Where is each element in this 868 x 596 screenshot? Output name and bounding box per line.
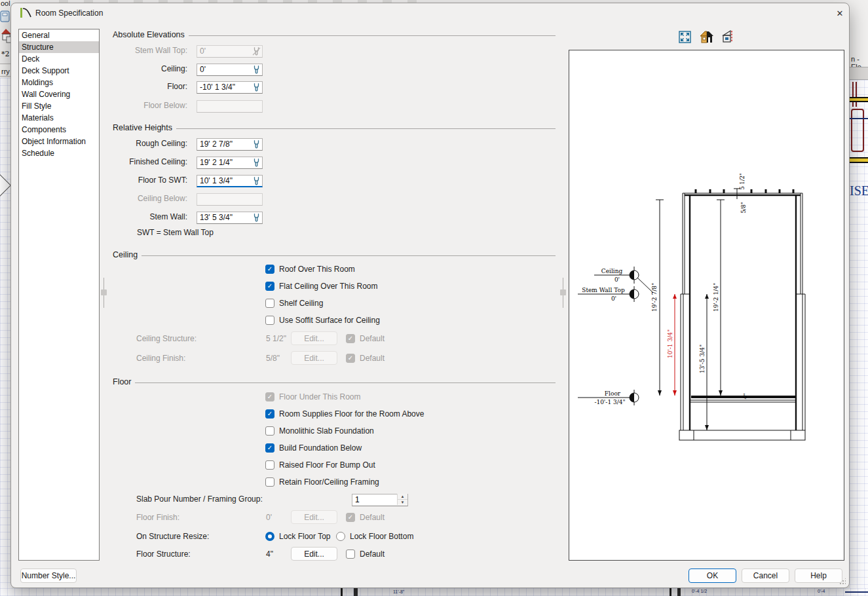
- room-spec-icon: [20, 7, 31, 18]
- check-room-supplies-floor[interactable]: Room Supplies Floor for the Room Above: [265, 408, 424, 420]
- floor-structure-edit-button[interactable]: Edit...: [291, 547, 337, 561]
- floor-below-input[interactable]: [197, 100, 263, 113]
- wrench-icon[interactable]: [252, 65, 261, 74]
- floor-to-swt-label: Floor To SWT:: [63, 174, 187, 187]
- wrench-icon[interactable]: [252, 140, 261, 149]
- check-roof-over-room[interactable]: Roof Over This Room: [265, 263, 355, 275]
- floor-finish-edit-button[interactable]: Edit...: [291, 510, 337, 524]
- section-diagram: Ceiling 0' Stem Wall Top 0' Floor -10'-1…: [569, 50, 845, 561]
- wrench-icon[interactable]: [252, 213, 261, 222]
- checkbox[interactable]: [265, 282, 274, 291]
- svg-text:5/8": 5/8": [740, 202, 747, 214]
- floor-finish-value: 0': [266, 511, 272, 525]
- ceiling-structure-value: 5 1/2": [266, 332, 286, 346]
- checkbox[interactable]: [265, 460, 274, 470]
- checkbox[interactable]: [265, 443, 274, 453]
- svg-text:13'-5 3/4": 13'-5 3/4": [699, 345, 706, 373]
- radio-button[interactable]: [265, 532, 274, 541]
- check-shelf-ceiling[interactable]: Shelf Ceiling: [265, 297, 323, 309]
- radio-button[interactable]: [336, 532, 345, 541]
- ok-button[interactable]: OK: [689, 568, 736, 583]
- preview-panel[interactable]: Ceiling 0' Stem Wall Top 0' Floor -10'-1…: [569, 50, 844, 561]
- wrench-icon[interactable]: [252, 158, 261, 167]
- wrench-disabled-icon: [252, 47, 261, 56]
- sidebar-item-components[interactable]: Components: [19, 124, 99, 136]
- floor-structure-default[interactable]: Default: [346, 548, 385, 560]
- check-soffit-surface[interactable]: Use Soffit Surface for Ceiling: [265, 314, 380, 326]
- checkbox[interactable]: [346, 334, 355, 343]
- floor-below-field-wrap: [197, 100, 263, 112]
- checkbox[interactable]: [265, 299, 274, 308]
- ceiling-below-field-wrap: [197, 193, 263, 205]
- ceiling-elev-label: Ceiling:: [63, 63, 187, 75]
- rough-ceiling-label: Rough Ceiling:: [63, 138, 187, 150]
- checkbox[interactable]: [265, 409, 274, 419]
- svg-text:0': 0': [614, 276, 620, 283]
- floor-finish-label: Floor Finish:: [136, 511, 179, 525]
- bg-bottom-canvas: 11'-8" 0'-4 1/2 0'-4: [0, 588, 868, 596]
- cancel-button[interactable]: Cancel: [742, 568, 789, 583]
- sidebar-item-materials[interactable]: Materials: [19, 112, 99, 124]
- ceiling-elev-field-wrap: [197, 63, 263, 75]
- checkbox[interactable]: [265, 477, 274, 487]
- sidebar-item-general[interactable]: General: [19, 29, 99, 41]
- slab-pour-field-wrap: ▲▼: [352, 493, 408, 506]
- check-flat-ceiling[interactable]: Flat Ceiling Over This Room: [265, 280, 378, 292]
- radio-lock-floor-bottom[interactable]: Lock Floor Bottom: [336, 531, 413, 542]
- bg-ise-text: ISE: [850, 183, 868, 198]
- room-specification-dialog: Room Specification ✕ General Structure D…: [10, 3, 850, 588]
- ceiling-finish-edit-button[interactable]: Edit...: [291, 351, 337, 365]
- close-icon[interactable]: ✕: [834, 7, 846, 19]
- ceiling-structure-default[interactable]: Default: [346, 333, 385, 345]
- check-retain-framing[interactable]: Retain Floor/Ceiling Framing: [265, 476, 379, 488]
- wrench-icon[interactable]: [252, 83, 261, 92]
- finished-ceiling-field-wrap: [197, 156, 263, 168]
- left-splitter[interactable]: [104, 278, 104, 308]
- svg-text:0': 0': [611, 295, 616, 302]
- checkbox[interactable]: [346, 354, 355, 363]
- checkbox[interactable]: [265, 316, 274, 325]
- check-raised-floor[interactable]: Raised Floor For Bump Out: [265, 459, 375, 471]
- checkbox[interactable]: [265, 426, 274, 436]
- check-build-foundation[interactable]: Build Foundation Below: [265, 442, 362, 454]
- stem-wall-top-label: Stem Wall Top:: [63, 45, 187, 57]
- checkbox[interactable]: [346, 549, 355, 559]
- floor-below-label: Floor Below:: [63, 100, 187, 112]
- spinner[interactable]: ▲▼: [397, 494, 407, 505]
- help-button[interactable]: Help: [795, 568, 842, 583]
- check-monolithic-slab[interactable]: Monolithic Slab Foundation: [265, 425, 374, 437]
- checkbox[interactable]: [346, 513, 355, 522]
- ceiling-structure-edit-button[interactable]: Edit...: [291, 331, 337, 345]
- svg-text:4": 4": [742, 394, 748, 400]
- section-floor: Floor: [113, 377, 556, 386]
- svg-text:10'-1 3/4": 10'-1 3/4": [667, 329, 673, 358]
- floor-finish-default[interactable]: Default: [346, 512, 385, 523]
- floor-to-swt-field-wrap: [197, 174, 263, 187]
- section-absolute-elevations: Absolute Elevations: [113, 30, 556, 39]
- on-structure-resize-label: On Structure Resize:: [136, 530, 209, 544]
- checkbox[interactable]: [265, 265, 274, 274]
- stem-wall-field-wrap: [197, 211, 263, 223]
- checkbox: [265, 392, 274, 401]
- right-splitter[interactable]: [563, 278, 563, 308]
- number-style-button[interactable]: Number Style...: [20, 568, 77, 583]
- ceiling-finish-default[interactable]: Default: [346, 352, 385, 364]
- radio-lock-floor-top[interactable]: Lock Floor Top: [265, 531, 331, 542]
- ceiling-finish-value: 5/8": [266, 352, 280, 365]
- resize-grip[interactable]: [839, 578, 846, 585]
- section-ceiling: Ceiling: [113, 250, 556, 259]
- cross-section-view-icon[interactable]: [700, 30, 715, 44]
- svg-text:19'-2 7/8": 19'-2 7/8": [651, 283, 658, 312]
- wrench-icon[interactable]: [252, 176, 261, 185]
- ceiling-finish-label: Ceiling Finish:: [136, 352, 185, 365]
- svg-text:*2: *2: [1, 50, 10, 58]
- ceiling-below-input[interactable]: [197, 193, 263, 206]
- stem-wall-top-field-wrap: [197, 45, 263, 57]
- svg-text:-10'-1 3/4": -10'-1 3/4": [594, 399, 625, 405]
- svg-text:Ceiling: Ceiling: [601, 268, 623, 274]
- slab-pour-label: Slab Pour Number / Framing Group:: [136, 493, 263, 506]
- fill-window-icon[interactable]: [679, 31, 691, 43]
- elevation-view-icon[interactable]: [722, 30, 734, 44]
- swt-note: SWT = Stem Wall Top: [137, 228, 214, 237]
- check-floor-under-room: Floor Under This Room: [265, 391, 361, 403]
